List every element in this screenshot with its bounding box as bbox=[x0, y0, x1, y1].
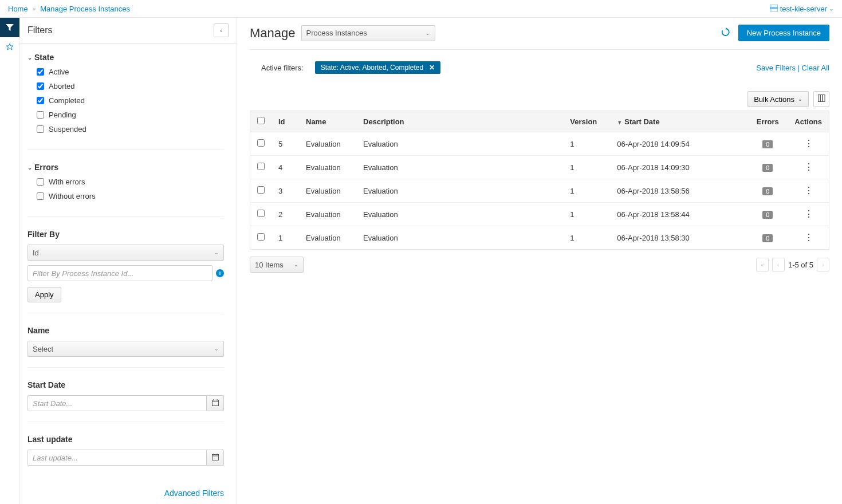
filters-title: Filters bbox=[27, 25, 53, 36]
svg-rect-12 bbox=[818, 95, 820, 102]
startdate-input[interactable] bbox=[27, 395, 207, 411]
errors-section-toggle[interactable]: ⌄ Errors bbox=[27, 163, 224, 172]
state-checkbox-aborted[interactable] bbox=[37, 82, 44, 90]
bulk-actions-label: Bulk Actions bbox=[754, 95, 794, 104]
row-checkbox[interactable] bbox=[257, 139, 265, 147]
lastupdate-label: Last update bbox=[27, 435, 224, 444]
cell-desc: Evaluation bbox=[356, 179, 563, 203]
filter-section-startdate: Start Date bbox=[27, 380, 224, 422]
prev-page-button[interactable]: ‹ bbox=[772, 258, 785, 271]
startdate-label: Start Date bbox=[27, 380, 224, 389]
columns-icon bbox=[818, 94, 825, 104]
column-errors[interactable]: Errors bbox=[747, 111, 788, 132]
column-id[interactable]: Id bbox=[272, 111, 299, 132]
cell-start: 06-Apr-2018 13:58:30 bbox=[610, 226, 747, 250]
state-option-label: Completed bbox=[49, 96, 85, 105]
row-actions-button[interactable]: ⋮ bbox=[804, 162, 813, 172]
table-row[interactable]: 5 Evaluation Evaluation 1 06-Apr-2018 14… bbox=[250, 132, 829, 156]
column-name[interactable]: Name bbox=[299, 111, 356, 132]
breadcrumb-bar: Home » Manage Process Instances test-kie… bbox=[0, 0, 842, 18]
cell-start: 06-Apr-2018 14:09:54 bbox=[610, 132, 747, 156]
lastupdate-calendar-button[interactable] bbox=[207, 450, 224, 466]
bulk-actions-button[interactable]: Bulk Actions ⌄ bbox=[747, 91, 809, 107]
errors-checkbox[interactable] bbox=[37, 192, 44, 200]
cell-id: 3 bbox=[272, 179, 299, 203]
chevron-down-icon: ⌄ bbox=[214, 346, 219, 352]
state-option-label: Aborted bbox=[49, 82, 75, 90]
manage-selected: Process Instances bbox=[306, 29, 367, 37]
calendar-icon bbox=[212, 454, 219, 462]
first-page-button[interactable]: « bbox=[756, 258, 769, 271]
advanced-filters-link[interactable]: Advanced Filters bbox=[27, 489, 224, 498]
filter-rail-button[interactable] bbox=[0, 18, 19, 37]
state-option-label: Suspended bbox=[49, 125, 86, 133]
row-actions-button[interactable]: ⋮ bbox=[804, 139, 813, 148]
select-all-checkbox[interactable] bbox=[257, 117, 265, 124]
breadcrumb-current[interactable]: Manage Process Instances bbox=[40, 5, 130, 13]
filter-section-state: ⌄ State ActiveAbortedCompletedPendingSus… bbox=[27, 53, 224, 150]
state-checkbox-active[interactable] bbox=[37, 68, 44, 76]
name-select[interactable]: Select ⌄ bbox=[27, 341, 224, 357]
row-actions-button[interactable]: ⋮ bbox=[804, 233, 813, 242]
state-section-toggle[interactable]: ⌄ State bbox=[27, 53, 224, 62]
collapse-filters-button[interactable]: ‹ bbox=[214, 23, 229, 37]
new-process-instance-button[interactable]: New Process Instance bbox=[738, 25, 829, 41]
error-badge: 0 bbox=[762, 140, 773, 148]
row-actions-button[interactable]: ⋮ bbox=[804, 186, 813, 195]
row-actions-button[interactable]: ⋮ bbox=[804, 209, 813, 219]
chevron-down-icon: ⌄ bbox=[798, 96, 802, 102]
next-page-button[interactable]: › bbox=[817, 258, 829, 271]
error-badge: 0 bbox=[762, 187, 773, 195]
cell-desc: Evaluation bbox=[356, 132, 563, 156]
state-option: Active bbox=[37, 68, 224, 76]
items-per-page-select[interactable]: 10 Items ⌄ bbox=[250, 257, 304, 273]
chevron-down-icon: ⌄ bbox=[829, 6, 834, 11]
table-row[interactable]: 4 Evaluation Evaluation 1 06-Apr-2018 14… bbox=[250, 156, 829, 179]
cell-desc: Evaluation bbox=[356, 156, 563, 179]
clear-all-link[interactable]: Clear All bbox=[802, 64, 829, 72]
filter-section-name: Name Select ⌄ bbox=[27, 326, 224, 368]
startdate-calendar-button[interactable] bbox=[207, 395, 224, 411]
filter-chip-text: State: Active, Aborted, Completed bbox=[321, 64, 423, 72]
manage-entity-select[interactable]: Process Instances ⌄ bbox=[301, 25, 435, 41]
column-version[interactable]: Version bbox=[563, 111, 610, 132]
state-option: Completed bbox=[37, 96, 224, 105]
errors-checkbox[interactable] bbox=[37, 178, 44, 186]
page-info: 1-5 of 5 bbox=[788, 261, 813, 269]
chevron-down-icon: ⌄ bbox=[294, 262, 298, 267]
content-header: Manage Process Instances ⌄ New Process I… bbox=[250, 25, 829, 50]
errors-option-label: With errors bbox=[49, 178, 85, 186]
state-checkbox-pending[interactable] bbox=[37, 111, 44, 119]
remove-filter-icon[interactable]: ✕ bbox=[429, 64, 435, 72]
apply-button[interactable]: Apply bbox=[27, 287, 61, 302]
favorites-rail-button[interactable] bbox=[0, 37, 19, 57]
columns-config-button[interactable] bbox=[813, 91, 829, 107]
save-filters-link[interactable]: Save Filters bbox=[756, 64, 796, 72]
refresh-button[interactable] bbox=[721, 27, 730, 39]
chevron-right-icon: » bbox=[33, 6, 36, 12]
chevron-down-icon: ⌄ bbox=[27, 164, 32, 171]
column-start-date[interactable]: ▼Start Date bbox=[610, 111, 747, 132]
column-description[interactable]: Description bbox=[356, 111, 563, 132]
table-row[interactable]: 2 Evaluation Evaluation 1 06-Apr-2018 13… bbox=[250, 203, 829, 226]
row-checkbox[interactable] bbox=[257, 186, 265, 194]
table-row[interactable]: 1 Evaluation Evaluation 1 06-Apr-2018 13… bbox=[250, 226, 829, 250]
cell-version: 1 bbox=[563, 203, 610, 226]
row-checkbox[interactable] bbox=[257, 233, 265, 241]
lastupdate-input[interactable] bbox=[27, 450, 207, 466]
cell-name: Evaluation bbox=[299, 156, 356, 179]
breadcrumb-home[interactable]: Home bbox=[8, 5, 28, 13]
state-checkbox-completed[interactable] bbox=[37, 97, 44, 104]
table-row[interactable]: 3 Evaluation Evaluation 1 06-Apr-2018 13… bbox=[250, 179, 829, 203]
row-checkbox[interactable] bbox=[257, 210, 265, 217]
server-selector[interactable]: test-kie-server ⌄ bbox=[770, 5, 834, 13]
filterby-input[interactable] bbox=[27, 265, 213, 281]
state-checkbox-suspended[interactable] bbox=[37, 125, 44, 133]
filterby-select[interactable]: Id ⌄ bbox=[27, 245, 224, 261]
process-instances-table: Id Name Description Version ▼Start Date … bbox=[250, 111, 829, 250]
state-option-label: Active bbox=[49, 68, 69, 76]
info-icon[interactable]: i bbox=[216, 269, 224, 277]
svg-rect-0 bbox=[770, 5, 778, 7]
chevron-down-icon: ⌄ bbox=[214, 250, 219, 255]
row-checkbox[interactable] bbox=[257, 163, 265, 170]
